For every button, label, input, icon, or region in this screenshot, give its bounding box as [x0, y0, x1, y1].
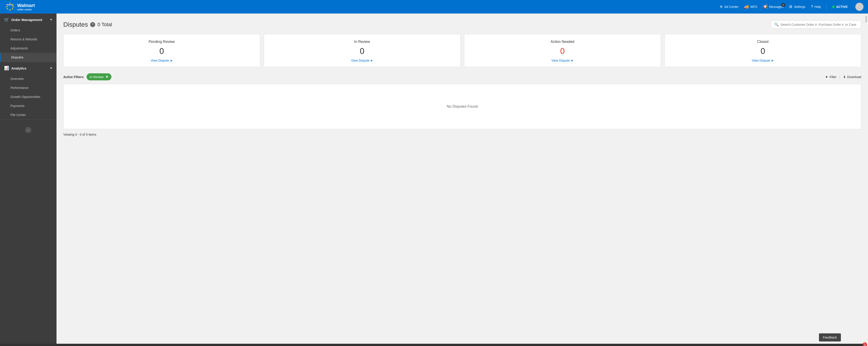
sidebar-order-management-label: Order Management — [11, 18, 42, 22]
sidebar-section-order-management-header[interactable]: 🛒 Order Management ▼ — [0, 13, 57, 26]
total-badge: 0 Total — [97, 22, 112, 28]
active-status: ACTIVE — [832, 5, 848, 8]
filter-button-label: Filter — [830, 75, 837, 79]
sidebar-item-file-center[interactable]: File Center — [0, 110, 57, 119]
filter-chip-close-icon[interactable]: ✕ — [105, 75, 108, 79]
sidebar-analytics-label: Analytics — [11, 66, 26, 70]
sidebar-performance-label: Performance — [10, 86, 29, 90]
card-pending-review-title: Pending Review — [149, 40, 175, 44]
help-question-icon: ? — [811, 4, 813, 9]
walmart-logo-icon: Walmart — [4, 1, 16, 12]
collapse-arrow-icon: ‹ — [25, 127, 31, 133]
svg-rect-5 — [12, 6, 14, 7]
card-pending-review-link-label: View Dispute — [151, 59, 169, 62]
page-help-icon[interactable]: ? — [90, 22, 95, 27]
card-pending-review-link[interactable]: View Dispute ➤ — [151, 59, 173, 62]
analytics-icon: 📊 — [4, 66, 9, 71]
messages-badge-count: 0 — [781, 3, 785, 7]
action-needed-arrow-circle-icon: ➤ — [571, 59, 574, 62]
filter-chip-label: In Review — [90, 75, 103, 79]
sidebar-returns-label: Returns & Refunds — [10, 37, 37, 41]
scroll-indicator[interactable] — [865, 16, 867, 23]
sidebar-growth-label: Growth Opportunities — [10, 95, 40, 99]
svg-rect-3 — [9, 9, 10, 11]
nav-messages[interactable]: 📢 0 Messages — [763, 4, 783, 9]
user-avatar[interactable] — [855, 3, 864, 11]
viewing-info: Viewing 0 - 0 of 0 Items — [63, 133, 861, 136]
logo: Walmart Walmart seller center — [4, 1, 35, 12]
messages-icon: 📢 — [763, 4, 768, 9]
sidebar-orders-label: Orders — [10, 28, 20, 32]
filter-button[interactable]: ▼ Filter — [825, 75, 837, 79]
sidebar-overview-label: Overview — [10, 77, 24, 80]
settings-gear-icon: ⚙ — [789, 4, 793, 9]
logo-sub-text: seller center — [17, 8, 35, 11]
analytics-chevron-down-icon: ▼ — [50, 67, 53, 70]
sidebar-collapse-button[interactable]: ‹ — [0, 124, 57, 136]
nav-wfs-label: WFS — [750, 5, 757, 8]
status-dot-icon — [832, 5, 835, 8]
in-review-filter-chip[interactable]: In Review ✕ — [87, 73, 112, 80]
card-pending-review: Pending Review 0 View Dispute ➤ — [63, 34, 260, 67]
page-title-area: Disputes ? 0 Total — [63, 21, 112, 28]
filters-right: ▼ Filter | ⬇ Download — [825, 74, 861, 79]
sidebar-file-center-label: File Center — [10, 113, 26, 117]
card-action-needed-link[interactable]: View Dispute ➤ — [552, 59, 574, 62]
in-review-arrow-circle-icon: ➤ — [370, 59, 373, 62]
nav-ad-center[interactable]: ✳ Ad Center — [719, 4, 739, 9]
card-closed-title: Closed — [757, 40, 769, 44]
sidebar-item-disputes[interactable]: Disputes — [0, 53, 57, 62]
sidebar-section-order-management: 🛒 Order Management ▼ Orders Returns & Re… — [0, 13, 57, 62]
sidebar-order-management-items: Orders Returns & Refunds Adjustments Dis… — [0, 26, 57, 62]
feedback-label: Feedback — [823, 336, 837, 339]
filters-label: Active Filters: — [63, 75, 84, 79]
card-closed-link[interactable]: View Dispute ➤ — [752, 59, 774, 62]
card-action-needed-title: Action Needed — [551, 40, 575, 44]
filters-bar: Active Filters: In Review ✕ ▼ Filter | ⬇… — [63, 73, 861, 80]
main-content: Disputes ? 0 Total 🔍 Pending Review 0 Vi… — [57, 13, 868, 346]
svg-rect-4 — [6, 6, 8, 7]
sidebar-item-orders[interactable]: Orders — [0, 26, 57, 35]
no-disputes-message: No Disputes Found — [447, 104, 478, 109]
status-cards: Pending Review 0 View Dispute ➤ In Revie… — [63, 34, 861, 67]
sidebar-disputes-label: Disputes — [11, 56, 23, 59]
nav-help[interactable]: ? Help — [811, 4, 821, 9]
card-in-review-link-label: View Dispute — [351, 59, 369, 62]
nav-ad-center-label: Ad Center — [724, 5, 739, 8]
card-pending-review-count: 0 — [159, 46, 164, 56]
wfs-truck-icon: 🚚 — [744, 4, 749, 9]
card-action-needed-link-label: View Dispute — [552, 59, 570, 62]
search-input[interactable] — [780, 23, 858, 26]
filter-funnel-icon: ▼ — [825, 75, 828, 79]
filters-left: Active Filters: In Review ✕ — [63, 73, 112, 80]
sidebar-payments-label: Payments — [10, 104, 24, 108]
download-icon: ⬇ — [843, 75, 846, 79]
sidebar-item-returns-refunds[interactable]: Returns & Refunds — [0, 35, 57, 44]
sidebar-item-payments[interactable]: Payments — [0, 101, 57, 110]
nav-wfs[interactable]: 🚚 WFS — [744, 4, 757, 9]
download-button-label: Download — [847, 75, 861, 79]
feedback-button[interactable]: Feedback — [819, 333, 841, 342]
sidebar-section-analytics-header[interactable]: 📊 Analytics ▼ — [0, 62, 57, 74]
disputes-content-area: No Disputes Found — [63, 84, 861, 129]
sidebar-analytics-items: Overview Performance Growth Opportunitie… — [0, 74, 57, 119]
download-button[interactable]: ⬇ Download — [843, 75, 861, 79]
card-in-review-link[interactable]: View Dispute ➤ — [351, 59, 373, 62]
header-nav: ✳ Ad Center 🚚 WFS 📢 0 Messages ⚙ Setting… — [719, 3, 864, 11]
viewing-info-text: Viewing 0 - 0 of 0 Items — [63, 133, 96, 136]
nav-help-label: Help — [814, 5, 821, 8]
card-action-needed: Action Needed 0 View Dispute ➤ — [464, 34, 661, 67]
quickhelp-widget[interactable]: ✳ QUICKHELP 1 — [0, 344, 866, 346]
ad-center-icon: ✳ — [719, 4, 723, 9]
card-closed-link-label: View Dispute — [752, 59, 770, 62]
search-box: 🔍 — [771, 20, 861, 29]
sidebar-item-performance[interactable]: Performance — [0, 83, 57, 92]
sidebar-item-overview[interactable]: Overview — [0, 74, 57, 83]
nav-settings[interactable]: ⚙ Settings — [789, 4, 805, 9]
card-in-review-title: In Review — [354, 40, 370, 44]
nav-settings-label: Settings — [794, 5, 805, 8]
sidebar-item-adjustments[interactable]: Adjustments — [0, 44, 57, 53]
card-in-review: In Review 0 View Dispute ➤ — [264, 34, 461, 67]
page-header: Disputes ? 0 Total 🔍 — [63, 20, 861, 29]
sidebar-item-growth-opportunities[interactable]: Growth Opportunities — [0, 92, 57, 101]
